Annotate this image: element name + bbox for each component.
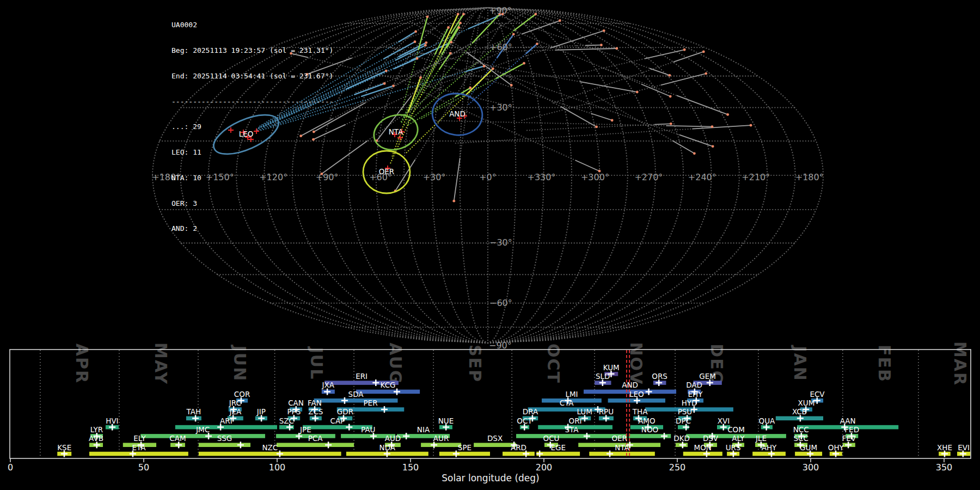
shower-label-ARD: ARD xyxy=(511,443,526,452)
shower-label-NZC: NZC xyxy=(262,443,278,452)
sky-and-timeline-plot: LEONTAOERAND+90°−90°+60°+30°−30°−60°+180… xyxy=(0,0,980,490)
meteor-begin-dot xyxy=(512,33,515,35)
shower-label-EGE: EGE xyxy=(550,443,566,452)
meteor-begin-dot xyxy=(523,62,525,65)
shower-label-KSE: KSE xyxy=(57,443,71,452)
shower-label-NIA: NIA xyxy=(417,425,430,434)
shower-label-PER: PER xyxy=(363,399,377,407)
plus-marker xyxy=(536,451,543,457)
shower-label-SDA: SDA xyxy=(348,390,364,399)
meteor-segment xyxy=(522,21,560,34)
shower-bar-ETA xyxy=(89,452,188,456)
shower-label-JIP: JIP xyxy=(256,407,266,416)
shower-label-SZC: SZC xyxy=(279,416,294,425)
shower-label-MON: MON xyxy=(694,443,712,452)
shower-label-JPE: JPE xyxy=(299,425,311,434)
meteor-segment xyxy=(473,14,500,43)
shower-label-ELY: ELY xyxy=(133,434,146,443)
shower-label-RPU: RPU xyxy=(599,407,614,416)
shower-label-CAN: CAN xyxy=(288,399,304,407)
meteor-begin-dot xyxy=(510,84,513,87)
meteor-begin-dot xyxy=(469,87,471,89)
meteor-begin-dot xyxy=(385,70,388,72)
shower-label-DRA: DRA xyxy=(523,407,538,416)
shower-label-XHE: XHE xyxy=(937,443,952,452)
shower-label-AMO: AMO xyxy=(638,416,656,425)
shower-label-FAN: FAN xyxy=(308,399,322,407)
shower-label-LEO: LEO xyxy=(629,390,644,399)
meteor-begin-dot xyxy=(425,41,427,44)
shower-label-AND: AND xyxy=(622,381,638,389)
shower-bar-JPE xyxy=(276,434,335,438)
shower-label-JXA: JXA xyxy=(322,381,335,389)
shower-label-KCG: KCG xyxy=(381,381,396,389)
count-sporadic: ...: 29 xyxy=(171,122,333,131)
lat-label: −30° xyxy=(489,237,512,248)
shower-label-ORS: ORS xyxy=(652,372,667,381)
meteor-segment xyxy=(673,141,694,154)
meteor-begin-dot xyxy=(419,76,422,79)
plus-marker xyxy=(584,433,590,439)
shower-label-JLE: JLE xyxy=(755,434,767,443)
count-and: AND: 2 xyxy=(171,224,333,233)
meteor-segment xyxy=(465,69,493,95)
trail-extension xyxy=(527,125,655,131)
shower-label-PPS: PPS xyxy=(287,407,301,416)
x-tick-label: 0 xyxy=(8,462,13,473)
meteor-begin-dot xyxy=(702,50,705,53)
ra-label: +270° xyxy=(634,172,663,182)
shower-label-AAN: AAN xyxy=(840,416,856,425)
meteor-segment xyxy=(347,71,387,89)
plus-marker xyxy=(381,406,388,413)
shower-label-LYR: LYR xyxy=(90,425,103,434)
trail-extension xyxy=(415,23,502,160)
ra-label: +0° xyxy=(479,172,497,182)
shower-label-JEA: JEA xyxy=(229,407,242,416)
meteor-begin-dot xyxy=(534,13,537,16)
shower-bar-STA xyxy=(516,434,627,438)
meteor-begin-dot xyxy=(670,122,672,125)
shower-label-NCC: NCC xyxy=(793,425,809,434)
meteor-begin-dot xyxy=(536,42,538,45)
meteor-begin-dot xyxy=(462,13,465,16)
plus-marker xyxy=(325,442,332,448)
shower-bar-KCG xyxy=(356,390,420,394)
shower-label-DPC: DPC xyxy=(676,416,691,425)
meteor-begin-dot xyxy=(449,52,452,54)
meteor-segment xyxy=(693,125,751,128)
meteor-segment xyxy=(399,32,416,42)
shower-label-STA: STA xyxy=(565,425,579,434)
shower-label-EHY: EHY xyxy=(688,390,703,399)
shower-label-FED: FED xyxy=(844,425,859,434)
plus-marker xyxy=(346,424,352,431)
shower-bar-SDA xyxy=(314,399,398,403)
month-label-MAY: MAY xyxy=(151,342,170,385)
station-id: UA0002 xyxy=(171,21,333,29)
shower-label-CTA: CTA xyxy=(560,399,574,407)
shower-bar-NZC xyxy=(199,452,341,456)
month-label-NOV: NOV xyxy=(627,342,646,385)
ra-label: +30° xyxy=(423,172,446,182)
meteor-begin-dot xyxy=(452,200,455,203)
end-time: End: 20251114 03:54:41 (sol = 231.67°) xyxy=(171,72,333,81)
meteor-begin-dot xyxy=(669,74,671,77)
shower-label-GUM: GUM xyxy=(800,443,817,452)
month-label-JUN: JUN xyxy=(230,345,249,382)
meteor-begin-dot xyxy=(447,26,450,29)
meteor-begin-dot xyxy=(600,44,603,46)
meteor-begin-dot xyxy=(483,65,486,68)
meteor-begin-dot xyxy=(457,13,460,16)
ra-label: +330° xyxy=(527,172,555,182)
shower-label-KUM: KUM xyxy=(603,363,620,372)
meteor-segment xyxy=(575,160,599,171)
trail-extension xyxy=(495,71,679,135)
ra-label: +180° xyxy=(795,172,824,182)
shower-label-CAM: CAM xyxy=(169,434,186,443)
shower-label-OCT: OCT xyxy=(517,416,532,425)
shower-label-NDA: NDA xyxy=(379,443,396,452)
trail-extension xyxy=(569,59,645,76)
lat-label: +30° xyxy=(489,102,512,113)
meteor-segment xyxy=(586,45,601,46)
shower-label-PCA: PCA xyxy=(308,434,323,443)
shower-bar-MON xyxy=(683,452,722,456)
